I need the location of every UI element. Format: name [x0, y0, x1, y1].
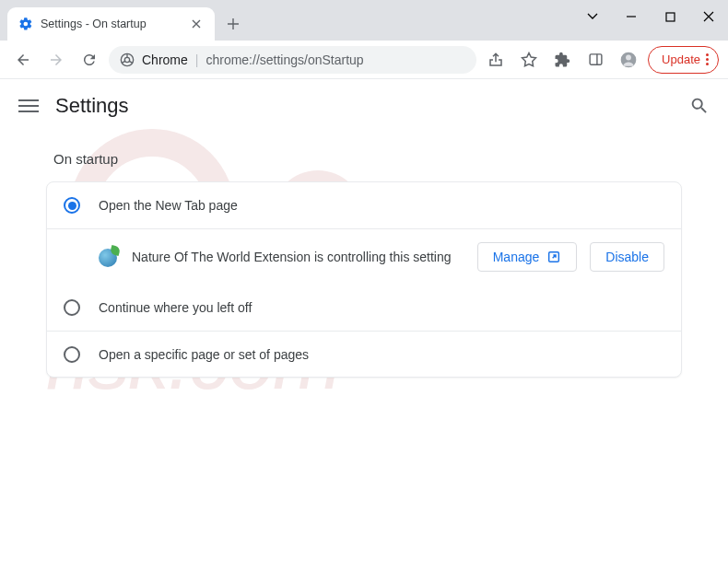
- toolbar: Chrome | chrome://settings/onStartup Upd…: [0, 41, 728, 79]
- address-bar[interactable]: Chrome | chrome://settings/onStartup: [109, 46, 476, 74]
- app-header: Settings: [0, 79, 728, 133]
- browser-tab[interactable]: Settings - On startup: [7, 7, 215, 41]
- external-link-icon: [546, 250, 561, 264]
- maximize-button[interactable]: [651, 0, 689, 33]
- extension-message: Nature Of The World Extension is control…: [132, 250, 464, 264]
- chrome-icon: [120, 52, 135, 67]
- share-icon[interactable]: [482, 46, 510, 74]
- svg-rect-0: [666, 13, 675, 21]
- back-button[interactable]: [9, 46, 37, 74]
- svg-rect-3: [590, 54, 602, 64]
- url-text: chrome://settings/onStartup: [205, 52, 363, 67]
- update-label: Update: [662, 52, 700, 66]
- svg-point-5: [626, 54, 631, 60]
- option-label: Continue where you left off: [99, 300, 664, 315]
- chevron-down-icon[interactable]: [573, 0, 612, 33]
- update-button[interactable]: Update: [648, 46, 719, 74]
- option-new-tab[interactable]: Open the New Tab page: [47, 182, 681, 228]
- option-continue[interactable]: Continue where you left off: [47, 285, 681, 331]
- extensions-icon[interactable]: [548, 46, 576, 74]
- radio-unselected[interactable]: [64, 299, 80, 316]
- hamburger-menu[interactable]: [18, 96, 39, 116]
- option-label: Open a specific page or set of pages: [99, 347, 664, 362]
- reload-button[interactable]: [76, 46, 103, 74]
- option-label: Open the New Tab page: [99, 198, 664, 213]
- gear-icon: [18, 17, 33, 31]
- section-title: On startup: [46, 151, 682, 167]
- titlebar: Settings - On startup: [0, 0, 728, 41]
- new-tab-button[interactable]: [220, 11, 246, 37]
- tab-title: Settings - On startup: [41, 17, 182, 30]
- manage-button[interactable]: Manage: [477, 242, 578, 272]
- option-specific-pages[interactable]: Open a specific page or set of pages: [47, 331, 681, 377]
- bookmark-icon[interactable]: [515, 46, 543, 74]
- radio-unselected[interactable]: [64, 346, 80, 363]
- startup-options-card: Open the New Tab page Nature Of The Worl…: [46, 181, 682, 378]
- url-prefix: Chrome: [142, 52, 188, 67]
- profile-icon[interactable]: [615, 46, 642, 74]
- extension-notice: Nature Of The World Extension is control…: [47, 228, 681, 285]
- minimize-button[interactable]: [612, 0, 651, 33]
- close-window-button[interactable]: [689, 0, 728, 33]
- menu-dots-icon: [706, 53, 709, 65]
- sidepanel-icon[interactable]: [581, 46, 609, 74]
- search-button[interactable]: [689, 96, 710, 116]
- disable-button[interactable]: Disable: [590, 242, 664, 272]
- forward-button[interactable]: [42, 46, 70, 74]
- extension-globe-icon: [99, 247, 119, 267]
- svg-point-2: [124, 57, 129, 62]
- radio-selected[interactable]: [64, 197, 80, 214]
- page-title: Settings: [55, 94, 673, 118]
- close-tab-icon[interactable]: [189, 17, 204, 31]
